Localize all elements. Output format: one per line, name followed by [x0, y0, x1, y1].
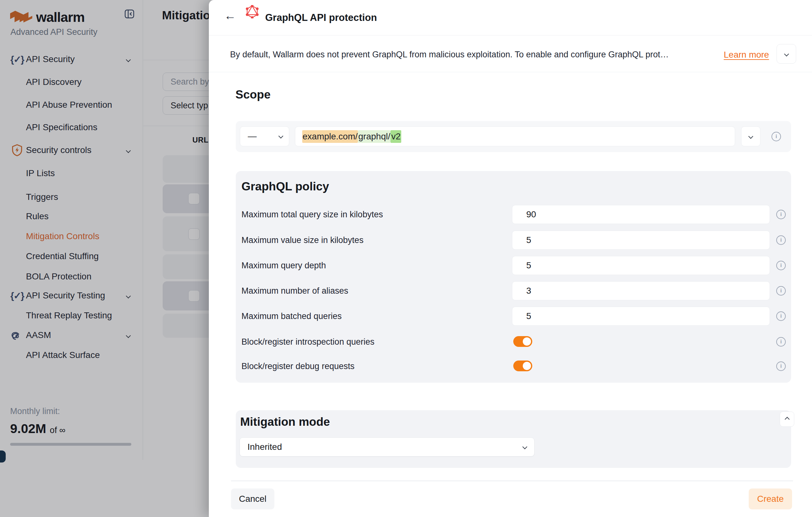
policy-field-label: Maximum value size in kilobytes — [241, 235, 364, 245]
toggle-label: Block/register debug requests — [241, 361, 354, 371]
max-batched-queries-input[interactable]: 5 — [512, 307, 770, 326]
info-icon[interactable]: i — [776, 235, 786, 245]
scope-url-input[interactable]: example.com/graphql/v2 — [295, 127, 735, 146]
max-query-depth-input[interactable]: 5 — [512, 256, 770, 275]
footer-divider — [231, 481, 793, 481]
graphql-protection-drawer: ← GraphQL API protection By default, Wal… — [209, 0, 812, 517]
mitigation-mode-heading: Mitigation mode — [240, 415, 330, 429]
chevron-down-icon — [748, 134, 753, 139]
create-button[interactable]: Create — [749, 489, 792, 509]
back-arrow-icon[interactable]: ← — [224, 9, 236, 22]
url-version-segment: v2 — [390, 130, 401, 143]
drawer-header: ← GraphQL API protection — [209, 0, 812, 35]
max-aliases-input[interactable]: 3 — [512, 281, 770, 300]
policy-field-label: Maximum total query size in kilobytes — [241, 210, 383, 220]
chevron-down-icon — [784, 51, 789, 56]
info-icon[interactable]: i — [776, 311, 786, 321]
policy-field-label: Maximum number of aliases — [241, 286, 348, 296]
info-icon[interactable]: i — [776, 210, 786, 219]
max-query-size-input[interactable]: 90 — [512, 205, 770, 224]
policy-field-label: Maximum query depth — [241, 261, 326, 271]
scope-row: — example.com/graphql/v2 i — [236, 121, 791, 152]
banner-expand-button[interactable] — [777, 44, 796, 64]
info-icon[interactable]: i — [772, 132, 781, 141]
url-host-segment: example.com/ — [302, 130, 358, 143]
info-icon[interactable]: i — [776, 361, 786, 371]
scope-expand-button[interactable] — [741, 127, 760, 146]
info-icon[interactable]: i — [776, 261, 786, 270]
scope-operator-select[interactable]: — — [240, 127, 289, 146]
graphql-policy-card: GraphQL policy Maximum total query size … — [236, 171, 791, 383]
debug-requests-toggle[interactable] — [513, 360, 532, 371]
collapse-section-button[interactable] — [780, 411, 794, 427]
drawer-title: GraphQL API protection — [265, 12, 377, 23]
graphql-icon — [245, 5, 259, 18]
chevron-down-icon — [522, 444, 527, 450]
introspection-toggle[interactable] — [513, 336, 532, 347]
info-banner: By default, Wallarm does not prevent Gra… — [209, 36, 812, 72]
toggle-label: Block/register introspection queries — [241, 337, 374, 347]
scope-heading: Scope — [235, 88, 270, 101]
url-path-segment: graphql/ — [358, 130, 390, 143]
info-icon[interactable]: i — [776, 286, 786, 296]
cancel-button[interactable]: Cancel — [231, 489, 274, 509]
banner-text: By default, Wallarm does not prevent Gra… — [230, 50, 669, 59]
policy-heading: GraphQL policy — [241, 180, 329, 193]
mitigation-mode-card: Mitigation mode Inherited — [236, 410, 791, 468]
policy-field-label: Maximum batched queries — [241, 311, 342, 321]
scope-operator-value: — — [248, 131, 257, 141]
chevron-down-icon — [279, 134, 284, 139]
mitigation-mode-value: Inherited — [248, 442, 282, 452]
max-value-size-input[interactable]: 5 — [512, 230, 770, 250]
mitigation-mode-select[interactable]: Inherited — [239, 437, 534, 457]
learn-more-link[interactable]: Learn more — [724, 50, 769, 60]
info-icon[interactable]: i — [776, 337, 786, 347]
chevron-up-icon — [784, 416, 789, 421]
